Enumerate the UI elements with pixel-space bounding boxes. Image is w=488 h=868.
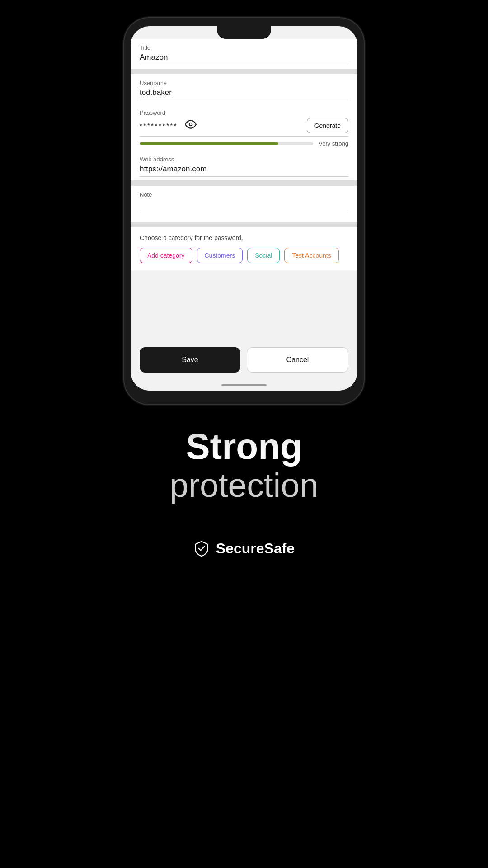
category-section: Choose a category for the password. Add … [131, 227, 357, 270]
username-value[interactable]: tod.baker [140, 88, 348, 100]
strength-bar-wrap: Very strong [140, 140, 348, 147]
securesafe-logo-icon [193, 540, 210, 557]
phone-screen: Title Amazon Username tod.baker Password… [131, 26, 357, 391]
home-bar [221, 384, 267, 386]
save-button[interactable]: Save [140, 347, 240, 373]
web-address-label: Web address [140, 156, 348, 163]
password-left: ********** [140, 118, 197, 133]
headline-strong: Strong [169, 427, 318, 467]
form-content: Title Amazon Username tod.baker Password… [131, 26, 357, 391]
chip-test-accounts[interactable]: Test Accounts [284, 248, 338, 263]
category-chips: Add category Customers Social Test Accou… [140, 248, 348, 263]
divider-2 [131, 180, 357, 186]
divider-3 [131, 222, 357, 227]
title-label: Title [140, 44, 348, 51]
bottom-buttons: Save Cancel [131, 343, 357, 380]
brand-name: SecureSafe [216, 540, 295, 557]
category-prompt: Choose a category for the password. [140, 234, 348, 241]
eye-icon[interactable] [185, 118, 197, 133]
phone-notch [217, 26, 271, 39]
chip-add-category[interactable]: Add category [140, 248, 192, 263]
password-row: ********** Generate [140, 118, 348, 137]
username-field-group: Username tod.baker [131, 74, 357, 104]
title-value[interactable]: Amazon [140, 53, 348, 65]
divider-1 [131, 69, 357, 74]
strength-label: Very strong [319, 140, 348, 147]
password-label: Password [140, 109, 348, 116]
note-value[interactable] [140, 200, 348, 213]
strength-bar [140, 142, 313, 145]
web-address-field-group: Web address https://amazon.com [131, 151, 357, 180]
svg-point-0 [189, 123, 192, 126]
headline-light: protection [169, 467, 318, 504]
bottom-text-area: Strong protection [142, 427, 345, 504]
chip-social[interactable]: Social [247, 248, 280, 263]
strength-fill [140, 142, 278, 145]
home-indicator [131, 380, 357, 391]
username-label: Username [140, 80, 348, 86]
chip-customers[interactable]: Customers [197, 248, 243, 263]
password-field-group: Password ********** Generate [131, 104, 357, 151]
generate-button[interactable]: Generate [307, 118, 348, 133]
cancel-button[interactable]: Cancel [247, 347, 348, 373]
password-value[interactable]: ********** [140, 122, 178, 129]
empty-area [131, 270, 357, 343]
note-section: Note [131, 186, 357, 222]
phone-wrapper: Title Amazon Username tod.baker Password… [124, 18, 364, 404]
note-label: Note [140, 191, 348, 198]
title-field-group: Title Amazon [131, 39, 357, 69]
phone-shell: Title Amazon Username tod.baker Password… [124, 18, 364, 404]
web-address-value[interactable]: https://amazon.com [140, 165, 348, 177]
brand-footer: SecureSafe [193, 540, 295, 557]
